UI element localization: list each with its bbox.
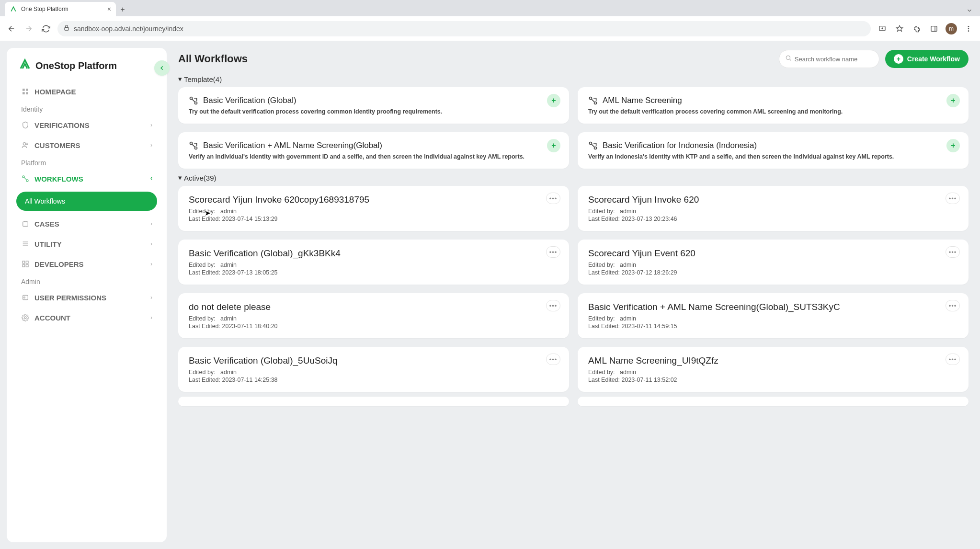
- side-panel-icon[interactable]: [928, 23, 940, 34]
- workflow-card-peek[interactable]: [178, 397, 569, 406]
- nav-label: CUSTOMERS: [34, 141, 80, 149]
- profile-avatar[interactable]: m: [946, 23, 957, 34]
- edited-by-line: Edited by: admin: [189, 315, 558, 322]
- svg-rect-0: [65, 27, 68, 30]
- last-edited-line: Last Edited: 2023-07-14 15:13:29: [189, 216, 558, 222]
- workflow-card[interactable]: Scorecard Yijun Event 620 Edited by: adm…: [578, 240, 969, 285]
- more-button[interactable]: •••: [546, 354, 560, 365]
- svg-point-6: [968, 30, 969, 32]
- more-button[interactable]: •••: [946, 246, 960, 258]
- svg-line-27: [789, 59, 791, 61]
- template-card[interactable]: Basic Verification + AML Name Screening(…: [178, 132, 569, 169]
- flow-icon: [588, 96, 598, 105]
- workflow-card-peek[interactable]: [578, 397, 969, 406]
- template-card[interactable]: AML Name Screening Try out the default v…: [578, 87, 969, 124]
- workflow-card[interactable]: Basic Verification + AML Name Screening(…: [578, 293, 969, 338]
- nav-workflows[interactable]: WORKFLOWS ›: [13, 169, 160, 189]
- edited-by-value: admin: [620, 262, 636, 268]
- last-edited-value: 2023-07-12 18:26:29: [622, 269, 677, 276]
- reload-icon[interactable]: [40, 23, 52, 34]
- search-input[interactable]: [795, 56, 873, 63]
- brand-logo-icon: [19, 58, 31, 73]
- chevron-down-icon[interactable]: [964, 5, 975, 16]
- app-root: OneStop Platform HOMEPAGE Identity VERIF…: [0, 41, 980, 549]
- template-desc: Verify an individual's identity with gov…: [189, 153, 558, 160]
- forward-icon[interactable]: [23, 23, 34, 34]
- svg-point-28: [190, 97, 193, 100]
- more-button[interactable]: •••: [946, 193, 960, 204]
- address-bar[interactable]: sandbox-oop.advai.net/journey/index: [57, 21, 871, 36]
- add-template-button[interactable]: +: [547, 94, 560, 107]
- nav-section-admin: Admin: [13, 274, 160, 287]
- sidebar-collapse-button[interactable]: [154, 60, 170, 76]
- flow-icon: [189, 141, 198, 150]
- edited-by-value: admin: [220, 208, 237, 215]
- svg-point-32: [190, 142, 193, 145]
- last-edited-line: Last Edited: 2023-07-11 13:52:02: [588, 377, 958, 383]
- nav-homepage[interactable]: HOMEPAGE: [13, 81, 160, 102]
- last-edited-value: 2023-07-11 13:52:02: [622, 377, 677, 383]
- create-workflow-button[interactable]: + Create Workflow: [885, 50, 969, 68]
- nav-account[interactable]: ACCOUNT ›: [13, 308, 160, 328]
- workflow-title: Scorecard Yijun Invoke 620copy1689318795: [189, 194, 558, 205]
- nav-cases[interactable]: CASES ›: [13, 214, 160, 234]
- close-icon[interactable]: ×: [107, 5, 111, 13]
- workflow-card[interactable]: do not delete please Edited by: admin La…: [178, 293, 569, 338]
- edited-by-line: Edited by: admin: [588, 369, 958, 376]
- more-button[interactable]: •••: [546, 193, 560, 204]
- nav-customers[interactable]: CUSTOMERS ›: [13, 135, 160, 155]
- back-icon[interactable]: [6, 23, 17, 34]
- workflow-card[interactable]: AML Name Screening_UI9tQZfz Edited by: a…: [578, 347, 969, 392]
- workflow-title: AML Name Screening_UI9tQZfz: [588, 355, 958, 366]
- menu-icon[interactable]: [963, 23, 974, 34]
- templates-grid: Basic Verification (Global) Try out the …: [178, 87, 969, 169]
- workflow-card[interactable]: Basic Verification (Global)_5UuSoiJq Edi…: [178, 347, 569, 392]
- templates-section-header[interactable]: ▾ Template(4): [178, 75, 969, 83]
- workflow-card[interactable]: Scorecard Yijun Invoke 620copy1689318795…: [178, 186, 569, 231]
- template-desc: Try out the default verification process…: [588, 108, 958, 115]
- edited-by-line: Edited by: admin: [588, 262, 958, 268]
- install-icon[interactable]: [877, 23, 888, 34]
- more-button[interactable]: •••: [546, 246, 560, 258]
- shield-icon: [21, 121, 30, 129]
- nav-user-permissions[interactable]: USER PERMISSIONS ›: [13, 287, 160, 308]
- nav-developers[interactable]: DEVELOPERS ›: [13, 254, 160, 274]
- extensions-icon[interactable]: [911, 23, 923, 34]
- add-template-button[interactable]: +: [547, 139, 560, 152]
- template-card[interactable]: Basic Verification (Global) Try out the …: [178, 87, 569, 124]
- active-section-header[interactable]: ▾ Active(39): [178, 173, 969, 182]
- users-icon: [21, 141, 30, 149]
- svg-rect-20: [26, 261, 28, 263]
- brand-name: OneStop Platform: [35, 60, 117, 71]
- template-card[interactable]: Basic Verification for Indonesia (Indone…: [578, 132, 969, 169]
- tab-favicon-icon: [10, 5, 17, 13]
- last-edited-line: Last Edited: 2023-07-12 18:26:29: [588, 269, 958, 276]
- browser-tab[interactable]: One Stop Platform ×: [5, 2, 116, 16]
- search-box[interactable]: [779, 50, 879, 68]
- last-edited-line: Last Edited: 2023-07-11 14:59:15: [588, 323, 958, 330]
- add-template-button[interactable]: +: [946, 139, 960, 152]
- svg-rect-21: [23, 264, 25, 267]
- nav-sub-all-workflows[interactable]: All Workflows: [16, 192, 157, 211]
- last-edited-value: 2023-07-11 14:25:38: [222, 377, 278, 383]
- more-button[interactable]: •••: [546, 300, 560, 311]
- add-template-button[interactable]: +: [946, 94, 960, 107]
- svg-rect-7: [23, 89, 25, 91]
- edited-by-label: Edited by:: [189, 315, 216, 322]
- nav-utility[interactable]: UTILITY ›: [13, 234, 160, 254]
- nav-verifications[interactable]: VERIFICATIONS ›: [13, 115, 160, 135]
- last-edited-value: 2023-07-13 18:05:25: [222, 269, 278, 276]
- chevron-right-icon: ›: [150, 142, 152, 149]
- star-icon[interactable]: [894, 23, 905, 34]
- brand: OneStop Platform: [13, 57, 160, 81]
- more-button[interactable]: •••: [946, 354, 960, 365]
- template-title: Basic Verification for Indonesia (Indone…: [603, 141, 757, 150]
- svg-rect-2: [931, 26, 937, 31]
- more-button[interactable]: •••: [946, 300, 960, 311]
- new-tab-button[interactable]: +: [116, 3, 129, 16]
- workflow-card[interactable]: Scorecard Yijun Invoke 620 Edited by: ad…: [578, 186, 969, 231]
- chevron-right-icon: ›: [150, 261, 152, 267]
- last-edited-value: 2023-07-11 14:59:15: [622, 323, 677, 330]
- chevron-right-icon: ›: [150, 122, 152, 128]
- workflow-card[interactable]: Basic Verification (Global)_gKk3BKk4 Edi…: [178, 240, 569, 285]
